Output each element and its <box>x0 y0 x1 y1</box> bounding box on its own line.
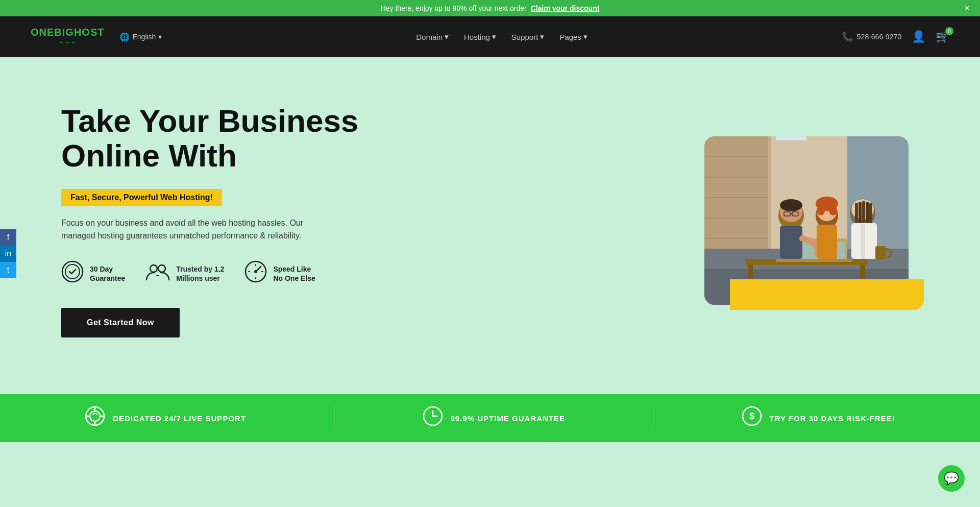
hero-image-accent <box>730 279 924 310</box>
phone-icon: 📞 <box>842 31 853 42</box>
nav-domain[interactable]: Domain ▾ <box>416 32 449 41</box>
feature-guarantee: 30 Day Guarantee <box>61 260 125 287</box>
hero-image-container <box>704 136 919 305</box>
svg-point-38 <box>817 205 825 215</box>
uptime-text: 99.9% UPTIME GUARANTEE <box>451 414 566 423</box>
svg-rect-49 <box>861 224 865 259</box>
cart-icon[interactable]: 🛒 0 <box>936 30 949 43</box>
svg-point-39 <box>829 205 837 215</box>
bottom-feature-riskfree: $ TRY FOR 30 DAYS RISK-FREE! <box>742 406 895 431</box>
support-icon <box>85 406 105 431</box>
linkedin-button[interactable]: in <box>0 246 16 262</box>
feature-trusted: Trusted by 1.2 Millions user <box>145 260 224 287</box>
svg-rect-21 <box>776 136 806 140</box>
nav-support[interactable]: Support ▾ <box>511 32 545 41</box>
logo-text: ONEBIGHOST <box>31 27 104 38</box>
language-label: English <box>132 33 156 41</box>
speed-text: Speed Like No One Else <box>273 264 315 283</box>
speed-icon <box>244 260 267 287</box>
svg-rect-45 <box>862 201 865 223</box>
nav-pages[interactable]: Pages ▾ <box>559 32 587 41</box>
twitter-button[interactable]: t <box>0 262 16 278</box>
svg-rect-40 <box>817 225 837 259</box>
riskfree-icon: $ <box>742 406 762 431</box>
svg-point-30 <box>780 199 802 211</box>
chevron-down-icon: ▾ <box>583 32 587 41</box>
main-nav: Domain ▾ Hosting ▾ Support ▾ Pages ▾ <box>416 32 587 41</box>
top-banner: Hey there, enjoy up to 90% off your next… <box>0 0 980 16</box>
guarantee-icon <box>61 260 84 287</box>
support-text: DEDICATED 24/7 LIVE SUPPORT <box>113 414 246 423</box>
banner-link[interactable]: Claim your discount <box>531 4 600 12</box>
header-right: 📞 528-666-9270 👤 🛒 0 <box>842 30 949 43</box>
chevron-down-icon: ▾ <box>540 32 544 41</box>
svg-rect-43 <box>855 203 858 223</box>
bottom-bar: DEDICATED 24/7 LIVE SUPPORT 99.9% UPTIME… <box>0 394 980 442</box>
chevron-down-icon: ▾ <box>158 33 162 41</box>
globe-icon: 🌐 <box>119 32 130 42</box>
social-sidebar: f in t <box>0 229 16 278</box>
phone-number: 528-666-9270 <box>857 33 901 41</box>
guarantee-text: 30 Day Guarantee <box>90 264 125 283</box>
facebook-button[interactable]: f <box>0 229 16 246</box>
hero-content: Take Your Business Online With Fast, Sec… <box>61 104 419 337</box>
svg-point-3 <box>158 265 165 272</box>
svg-point-1 <box>65 264 80 279</box>
svg-rect-44 <box>859 202 862 223</box>
hero-badge: Fast, Secure, Powerful Web Hosting! <box>61 189 222 206</box>
phone-box: 📞 528-666-9270 <box>842 31 901 42</box>
svg-rect-27 <box>776 259 852 262</box>
trusted-icon <box>145 260 170 287</box>
language-selector[interactable]: 🌐 English ▾ <box>119 32 162 42</box>
header: ONEBIGHOST ～～～ 🌐 English ▾ Domain ▾ Host… <box>0 16 980 57</box>
header-left: ONEBIGHOST ～～～ 🌐 English ▾ <box>31 27 162 47</box>
divider-2 <box>653 405 653 431</box>
svg-rect-34 <box>780 226 802 259</box>
bottom-feature-uptime: 99.9% UPTIME GUARANTEE <box>423 406 566 431</box>
get-started-button[interactable]: Get Started Now <box>61 308 180 337</box>
svg-point-6 <box>254 270 257 273</box>
svg-point-2 <box>150 265 157 272</box>
svg-point-52 <box>90 411 100 421</box>
nav-hosting[interactable]: Hosting ▾ <box>464 32 496 41</box>
trusted-text: Trusted by 1.2 Millions user <box>176 264 224 283</box>
svg-rect-46 <box>866 202 869 223</box>
hero-description: Focus on your business and avoid all the… <box>61 216 316 243</box>
uptime-icon <box>423 406 443 431</box>
user-icon[interactable]: 👤 <box>912 30 925 43</box>
feature-speed: Speed Like No One Else <box>244 260 315 287</box>
chevron-down-icon: ▾ <box>445 32 449 41</box>
cart-badge: 0 <box>945 27 953 35</box>
banner-message: Hey there, enjoy up to 90% off your next… <box>381 4 527 12</box>
divider-1 <box>334 405 334 431</box>
bottom-feature-support: DEDICATED 24/7 LIVE SUPPORT <box>85 406 246 431</box>
riskfree-text: TRY FOR 30 DAYS RISK-FREE! <box>770 414 895 423</box>
svg-rect-47 <box>869 203 872 223</box>
features-list: 30 Day Guarantee Trusted by 1.2 <box>61 260 419 287</box>
logo[interactable]: ONEBIGHOST ～～～ <box>31 27 104 47</box>
banner-close[interactable]: × <box>964 3 970 14</box>
svg-rect-50 <box>875 246 886 259</box>
svg-text:$: $ <box>749 411 754 421</box>
hero-title: Take Your Business Online With <box>61 104 419 173</box>
chevron-down-icon: ▾ <box>492 32 496 41</box>
hero-section: Take Your Business Online With Fast, Sec… <box>0 57 980 394</box>
